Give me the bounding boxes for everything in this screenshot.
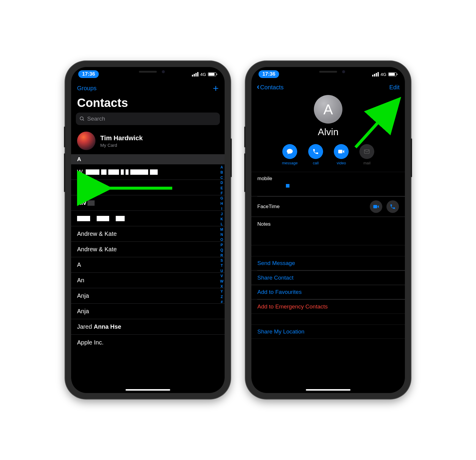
list-item[interactable]: Alv bbox=[71, 195, 225, 211]
video-icon bbox=[338, 148, 345, 155]
index-strip[interactable]: ABCDEFGHIJKLMNOPQRSTUVWXYZ# bbox=[220, 164, 223, 305]
redacted-number bbox=[286, 184, 289, 188]
battery-icon bbox=[388, 72, 397, 76]
svg-line-1 bbox=[83, 119, 84, 121]
back-button[interactable]: ‹ Contacts bbox=[257, 84, 284, 91]
my-card-subtitle: My Card bbox=[100, 143, 143, 148]
facetime-audio-button[interactable] bbox=[386, 200, 399, 213]
list-item[interactable]: A bbox=[71, 257, 225, 273]
network-label: 4G bbox=[200, 72, 206, 77]
list-item[interactable]: Apple Inc. bbox=[71, 335, 225, 350]
edit-button[interactable]: Edit bbox=[389, 84, 400, 91]
list-item[interactable]: Anja bbox=[71, 288, 225, 304]
my-card[interactable]: Tim Hardwick My Card bbox=[71, 129, 225, 154]
share-location-link[interactable]: Share My Location bbox=[251, 325, 405, 339]
add-favourites-link[interactable]: Add to Favourites bbox=[251, 285, 405, 299]
message-button[interactable]: message bbox=[282, 144, 298, 165]
svg-point-0 bbox=[80, 117, 83, 120]
search-icon bbox=[79, 116, 85, 121]
add-emergency-link[interactable]: Add to Emergency Contacts bbox=[251, 300, 405, 314]
contact-avatar: A bbox=[314, 95, 342, 124]
list-item-alvin[interactable]: Alvin bbox=[71, 180, 225, 195]
chevron-left-icon: ‹ bbox=[257, 82, 259, 91]
call-button[interactable]: call bbox=[308, 144, 323, 165]
signal-icon bbox=[372, 72, 379, 77]
search-input[interactable]: Search bbox=[76, 113, 220, 125]
list-item[interactable]: An bbox=[71, 273, 225, 288]
page-title: Contacts bbox=[71, 94, 225, 113]
share-contact-link[interactable]: Share Contact bbox=[251, 271, 405, 285]
facetime-video-button[interactable] bbox=[370, 200, 382, 213]
phone-right: 17:36 4G ‹ Contacts Edit A Alvin message bbox=[245, 61, 411, 399]
list-item[interactable]: Anja bbox=[71, 304, 225, 319]
redacted-text bbox=[86, 169, 158, 175]
phone-left: 17:36 4G Groups + Contacts Search Tim Ha… bbox=[65, 61, 231, 399]
search-placeholder: Search bbox=[87, 116, 105, 122]
redacted-text bbox=[87, 200, 95, 206]
notch bbox=[114, 67, 182, 77]
phone-icon bbox=[390, 204, 396, 210]
list-item[interactable]: W bbox=[71, 164, 225, 180]
list-item[interactable]: Andrew & Kate bbox=[71, 242, 225, 257]
send-message-link[interactable]: Send Message bbox=[251, 256, 405, 270]
video-button[interactable]: video bbox=[334, 144, 349, 165]
avatar bbox=[77, 132, 95, 150]
home-indicator[interactable] bbox=[126, 389, 170, 391]
section-header: A bbox=[71, 154, 225, 164]
action-row: message call video mail bbox=[251, 143, 405, 172]
mail-icon bbox=[364, 148, 370, 155]
video-icon bbox=[373, 203, 379, 210]
list-item[interactable]: Andrew & Kate bbox=[71, 226, 225, 242]
status-time: 17:36 bbox=[78, 70, 99, 78]
add-contact-button[interactable]: + bbox=[213, 83, 219, 93]
status-time: 17:36 bbox=[259, 70, 279, 78]
list-item[interactable] bbox=[71, 211, 225, 226]
mobile-cell[interactable]: mobile bbox=[251, 172, 405, 196]
list-item[interactable]: Jared Anna Hse bbox=[71, 319, 225, 335]
phone-icon bbox=[312, 148, 319, 155]
contacts-list[interactable]: W Alvin Alv An bbox=[71, 164, 225, 350]
message-icon bbox=[286, 148, 293, 155]
battery-icon bbox=[208, 72, 216, 76]
my-card-name: Tim Hardwick bbox=[100, 134, 143, 142]
notes-cell[interactable]: Notes bbox=[251, 217, 405, 245]
home-indicator[interactable] bbox=[306, 389, 350, 391]
facetime-cell[interactable]: FaceTime bbox=[251, 197, 405, 217]
signal-icon bbox=[192, 72, 198, 77]
groups-button[interactable]: Groups bbox=[77, 85, 97, 92]
mail-button: mail bbox=[359, 144, 374, 165]
network-label: 4G bbox=[381, 72, 386, 77]
contact-name: Alvin bbox=[318, 127, 338, 138]
notch bbox=[294, 67, 362, 77]
redacted-text bbox=[77, 216, 125, 221]
